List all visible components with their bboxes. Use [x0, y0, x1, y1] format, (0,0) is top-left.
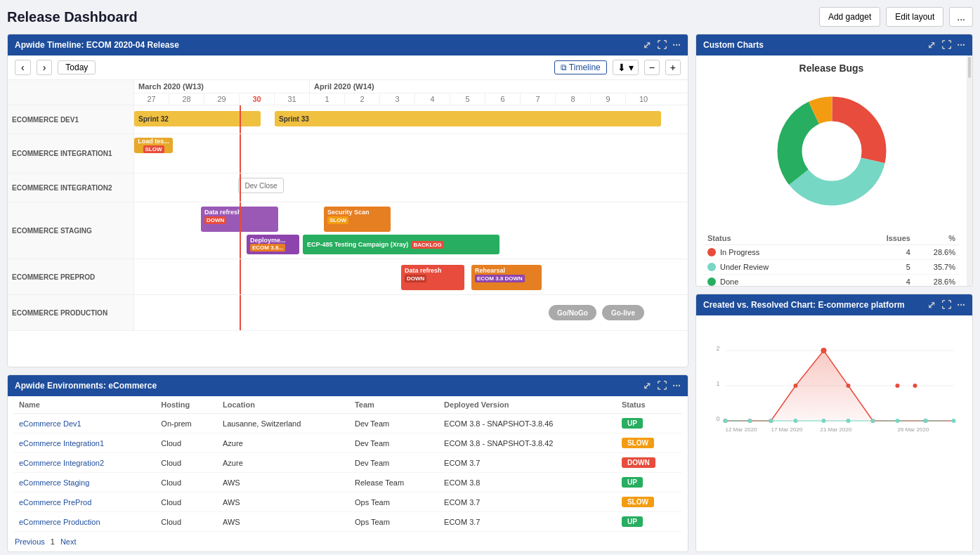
today-line-int1 — [240, 134, 241, 173]
today-line-preprod — [240, 259, 241, 294]
menu-icon-chart[interactable]: ··· — [957, 39, 965, 51]
sprint33-bar[interactable]: Sprint 33 — [275, 111, 661, 126]
menu-icon[interactable]: ··· — [672, 39, 681, 51]
slow-badge: SLOW — [143, 145, 164, 153]
gdot-10 — [952, 419, 956, 423]
today-line — [240, 105, 241, 133]
move-icon-line[interactable]: ⤢ — [927, 299, 936, 311]
env-table-container: Name Hosting Location Team Deployed Vers… — [8, 396, 688, 532]
env-name-link[interactable]: eCommerce Production — [19, 518, 100, 526]
rehearsal-bar[interactable]: Rehearsal ECOM 3.8 DOWN — [471, 265, 542, 290]
custom-charts-widget: Custom Charts ⤢ ⛶ ··· Release Bugs — [695, 34, 973, 287]
gdot-6 — [847, 419, 851, 423]
zoom-out-button[interactable]: − — [644, 60, 660, 75]
col-status: Status — [616, 396, 682, 414]
month-march: March 2020 (W13) — [134, 80, 310, 93]
env-name-link[interactable]: eCommerce Staging — [19, 478, 89, 487]
ecp-testing-bar[interactable]: ECP-485 Testing Campaign (Xray) BACKLOG — [303, 235, 499, 254]
expand-icon-env[interactable]: ⛶ — [657, 380, 667, 391]
day-3: 3 — [380, 93, 415, 105]
dot-peak — [821, 348, 827, 353]
prev-button[interactable]: ‹ — [15, 60, 31, 75]
table-row: eCommerce Staging Cloud AWS Release Team… — [13, 473, 682, 492]
loadtest-bar[interactable]: Load tes... SLOW — [134, 138, 173, 153]
move-icon-chart[interactable]: ⤢ — [927, 39, 936, 51]
data-refresh-preprod[interactable]: Data refresh DOWN — [401, 265, 464, 290]
expand-icon-line[interactable]: ⛶ — [941, 299, 951, 311]
gdot-3 — [769, 419, 773, 423]
today-button[interactable]: Today — [58, 60, 96, 74]
line-chart-svg: 0 1 2 12 Mar 2020 17 Mar 2020 21 Mar 202… — [703, 322, 965, 435]
down-badge: DOWN — [204, 216, 226, 224]
move-icon[interactable]: ⤢ — [643, 39, 651, 51]
today-line-staging — [240, 202, 241, 259]
environments-widget: Apwide Environments: eCommerce ⤢ ⛶ ··· N… — [7, 374, 688, 552]
download-button[interactable]: ⬇ ▾ — [613, 60, 639, 75]
golive-bar[interactable]: Go-live — [602, 305, 644, 320]
release-bugs-title: Release Bugs — [703, 63, 960, 74]
page-title: Release Dashboard — [7, 9, 138, 25]
env-name-link[interactable]: eCommerce Integration2 — [19, 459, 104, 467]
timeline-header: Apwide Timeline: ECOM 2020-04 Release ⤢ … — [8, 34, 688, 56]
prev-page[interactable]: Previous — [15, 537, 45, 546]
scrollbar[interactable] — [967, 56, 972, 287]
table-row: eCommerce Dev1 On-prem Lausanne, Switzer… — [13, 414, 682, 433]
day-5: 5 — [450, 93, 485, 105]
custom-charts-header: Custom Charts ⤢ ⛶ ··· — [696, 34, 972, 56]
environments-table: Name Hosting Location Team Deployed Vers… — [13, 396, 682, 532]
day-4: 4 — [415, 93, 450, 105]
table-row: eCommerce Integration2 Cloud Azure Dev T… — [13, 453, 682, 473]
env-staging-label: ECOMMERCE STAGING — [8, 202, 134, 259]
env-int1-bars: Load tes... SLOW — [134, 134, 688, 173]
line-chart-header: Created vs. Resolved Chart: E-commerce p… — [696, 294, 972, 315]
timeline-icon: ⧉ — [561, 63, 567, 72]
legend-row-underreview: Under Review 5 35.7% — [703, 260, 960, 275]
env-name-link[interactable]: eCommerce Dev1 — [19, 419, 81, 428]
gdot-8 — [896, 419, 900, 423]
table-row: eCommerce PreProd Cloud AWS Ops Team ECO… — [13, 492, 682, 512]
ecom-badge: ECOM 3.8... — [250, 244, 285, 252]
expand-icon[interactable]: ⛶ — [657, 39, 667, 51]
dot-inprogress — [707, 248, 716, 256]
menu-icon-env[interactable]: ··· — [672, 380, 681, 391]
more-options-button[interactable]: ... — [949, 7, 973, 27]
day-1: 1 — [310, 93, 345, 105]
expand-icon-chart[interactable]: ⛶ — [941, 39, 951, 51]
deployment-bar[interactable]: Deployme... ECOM 3.8... — [247, 235, 299, 254]
menu-icon-line[interactable]: ··· — [957, 299, 965, 311]
sprint32-bar[interactable]: Sprint 32 — [134, 111, 261, 126]
next-button[interactable]: › — [37, 60, 53, 75]
zoom-in-button[interactable]: + — [665, 60, 681, 75]
status-badge: UP — [622, 477, 643, 488]
next-page[interactable]: Next — [60, 537, 77, 546]
dot-done — [707, 278, 716, 286]
table-row: eCommerce Production Cloud AWS Ops Team … — [13, 512, 682, 532]
col-hosting: Hosting — [155, 396, 217, 414]
status-badge: DOWN — [622, 457, 655, 468]
scrollbar-thumb[interactable] — [968, 57, 971, 78]
legend-col-percent: % — [915, 232, 960, 245]
add-gadget-button[interactable]: Add gadget — [819, 7, 880, 27]
security-scan-bar[interactable]: Security Scan SLOW — [324, 207, 391, 232]
edit-layout-button[interactable]: Edit layout — [886, 7, 943, 27]
col-team: Team — [349, 396, 438, 414]
ecom38-badge: ECOM 3.8 DOWN — [475, 275, 525, 282]
today-line-int2 — [240, 174, 241, 202]
chart-content: Release Bugs — [696, 56, 967, 287]
env-name-link[interactable]: eCommerce Integration1 — [19, 439, 104, 448]
gonogo-bar[interactable]: Go/NoGo — [549, 305, 596, 320]
y-label-2: 2 — [717, 345, 720, 352]
timeline-view-button[interactable]: ⧉ Timeline — [554, 60, 607, 74]
env-name-link[interactable]: eCommerce PreProd — [19, 498, 91, 507]
current-page: 1 — [51, 537, 55, 546]
legend-col-status: Status — [703, 232, 866, 245]
env-header-icons: ⤢ ⛶ ··· — [643, 380, 681, 391]
donut-svg — [762, 81, 902, 221]
move-icon-env[interactable]: ⤢ — [643, 380, 651, 391]
timeline-body: March 2020 (W13) April 2020 (W14) 27 28 … — [8, 80, 688, 331]
status-badge: SLOW — [622, 497, 654, 507]
month-april: April 2020 (W14) — [310, 80, 688, 93]
line-chart-header-icons: ⤢ ⛶ ··· — [927, 299, 965, 311]
day-6: 6 — [485, 93, 521, 105]
timeline-controls: ‹ › Today ⧉ Timeline ⬇ ▾ − + — [8, 56, 688, 80]
